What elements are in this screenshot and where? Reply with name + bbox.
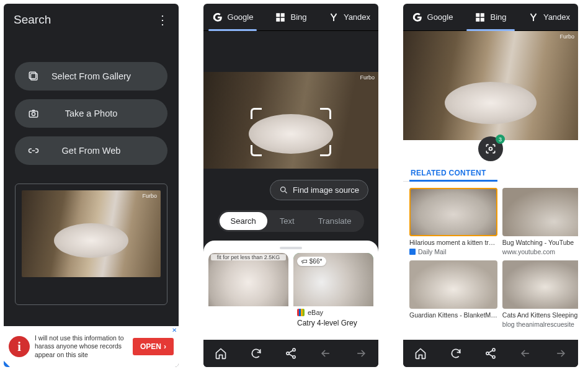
search-engine-tabs: Google Bing Yandex [203, 4, 378, 31]
get-web-button[interactable]: Get From Web [15, 136, 167, 165]
results-sheet[interactable]: fit for pet less than 2.5KG 🏷 $66* eBay … [203, 241, 378, 340]
result-thumb: fit for pet less than 2.5KG [208, 253, 288, 306]
forward-icon[interactable] [554, 347, 568, 360]
related-thumb [409, 260, 497, 309]
screen-bing-visual: Google Bing Yandex Furbo 3 RELATED CONTE… [403, 4, 578, 367]
svg-rect-6 [277, 17, 280, 21]
lens-main: Furbo Find image source Search Text Tran… [203, 31, 378, 340]
refresh-icon[interactable] [249, 347, 263, 360]
watermark: Furbo [142, 193, 157, 199]
related-title: Cats And Kittens Sleeping I… [502, 311, 578, 319]
tab-google[interactable]: Google [203, 4, 262, 30]
related-item[interactable]: Cats And Kittens Sleeping I… blog theani… [502, 260, 578, 328]
watermark: Furbo [559, 33, 574, 40]
take-photo-button[interactable]: Take a Photo [15, 99, 167, 128]
search-engine-tabs: Google Bing Yandex [403, 4, 578, 31]
related-source: Daily Mail [409, 248, 497, 255]
adchoices-icon[interactable] [4, 361, 10, 367]
related-source: www.youtube.com [502, 248, 578, 255]
camera-label: Take a Photo [15, 108, 167, 118]
related-source: blog theanimalrescuesite [502, 321, 578, 328]
ad-open-button[interactable]: OPEN › [133, 338, 174, 355]
related-grid: Hilarious moment a kitten tr… Daily Mail… [403, 182, 578, 328]
watermark: Furbo [360, 74, 375, 81]
related-item[interactable]: Hilarious moment a kitten tr… Daily Mail [409, 188, 497, 255]
related-thumb [502, 188, 578, 236]
result-card[interactable]: 🏷 $66* eBay Catry 4-level Grey [293, 253, 373, 330]
related-item[interactable]: Guardian Kittens - BlanketM… [409, 260, 497, 328]
query-image[interactable]: Furbo [403, 31, 578, 140]
back-icon[interactable] [319, 347, 332, 360]
svg-rect-13 [481, 13, 484, 17]
back-icon[interactable] [519, 347, 532, 360]
ad-banner[interactable]: ✕ i I will not use this information to h… [4, 326, 179, 367]
lens-image[interactable]: Furbo [203, 72, 378, 169]
result-thumb: 🏷 $66* [293, 253, 373, 306]
more-icon[interactable]: ⋮ [156, 12, 169, 27]
forward-icon[interactable] [354, 347, 368, 360]
ad-info-icon: i [9, 336, 30, 357]
home-icon[interactable] [214, 347, 228, 360]
tab-google-label: Google [228, 12, 254, 22]
chip-text[interactable]: Text [269, 212, 306, 230]
bing-results: 3 RELATED CONTENT Hilarious moment a kit… [403, 140, 578, 340]
ad-close-icon[interactable]: ✕ [172, 327, 177, 334]
screen-google-lens: Google Bing Yandex Furbo Find image sour… [203, 4, 378, 367]
share-icon[interactable] [284, 347, 298, 360]
svg-rect-14 [476, 17, 480, 21]
result-caption: fit for pet less than 2.5KG [211, 254, 286, 260]
svg-rect-12 [476, 13, 480, 17]
tab-yandex-label: Yandex [344, 12, 370, 22]
image-preview: Furbo [22, 190, 161, 277]
svg-point-8 [281, 187, 286, 192]
svg-rect-15 [481, 17, 484, 21]
tab-bing[interactable]: Bing [461, 4, 520, 30]
ad-open-label: OPEN [140, 342, 161, 351]
chip-search[interactable]: Search [220, 212, 267, 230]
related-title: Bug Watching - YouTube [502, 239, 578, 246]
svg-point-16 [489, 148, 492, 151]
lens-mode-chips: Search Text Translate [218, 210, 365, 232]
visual-search-fab[interactable]: 3 [478, 136, 503, 161]
price-tag: 🏷 $66* [297, 257, 326, 266]
tab-bing-label: Bing [290, 12, 306, 22]
search-options: Select From Gallery Take a Photo Get Fro… [4, 36, 179, 305]
result-card[interactable]: fit for pet less than 2.5KG [208, 253, 288, 330]
pet-bed-shape [54, 223, 128, 258]
home-icon[interactable] [414, 347, 427, 360]
share-icon[interactable] [484, 347, 497, 360]
bottom-nav [403, 340, 578, 367]
ad-text: I will not use this information to haras… [35, 334, 128, 358]
tab-yandex-label: Yandex [543, 12, 570, 22]
result-title: Catry 4-level Grey [293, 319, 373, 330]
tab-bing-label: Bing [490, 12, 506, 22]
chevron-right-icon: › [164, 342, 166, 351]
app-header: Search ⋮ [4, 4, 179, 36]
screen-search-app: Search ⋮ Select From Gallery Take a Phot… [4, 4, 179, 367]
svg-rect-7 [281, 17, 285, 21]
pet-bed-shape [445, 82, 537, 124]
chip-translate[interactable]: Translate [307, 212, 363, 230]
fab-badge: 3 [496, 135, 505, 144]
web-label: Get From Web [15, 146, 167, 156]
select-gallery-button[interactable]: Select From Gallery [15, 62, 167, 91]
tab-bing[interactable]: Bing [262, 4, 320, 30]
result-cards: fit for pet less than 2.5KG 🏷 $66* eBay … [208, 253, 373, 330]
related-content-header: RELATED CONTENT [403, 166, 494, 182]
related-title: Guardian Kittens - BlanketM… [409, 311, 497, 319]
tab-yandex[interactable]: Yandex [520, 4, 578, 30]
svg-rect-5 [281, 13, 285, 17]
crop-frame[interactable] [251, 108, 331, 156]
svg-rect-4 [277, 13, 280, 17]
tab-google[interactable]: Google [403, 4, 461, 30]
tab-yandex[interactable]: Yandex [320, 4, 378, 30]
refresh-icon[interactable] [449, 347, 463, 360]
drag-handle-icon[interactable] [280, 247, 302, 249]
find-image-source-button[interactable]: Find image source [270, 180, 368, 200]
ebay-icon [297, 309, 305, 316]
result-source: eBay [293, 306, 373, 319]
related-item[interactable]: Bug Watching - YouTube www.youtube.com [502, 188, 578, 255]
related-title: Hilarious moment a kitten tr… [409, 239, 497, 246]
result-source-label: eBay [308, 309, 323, 316]
image-preview-frame[interactable]: Furbo [15, 184, 167, 305]
